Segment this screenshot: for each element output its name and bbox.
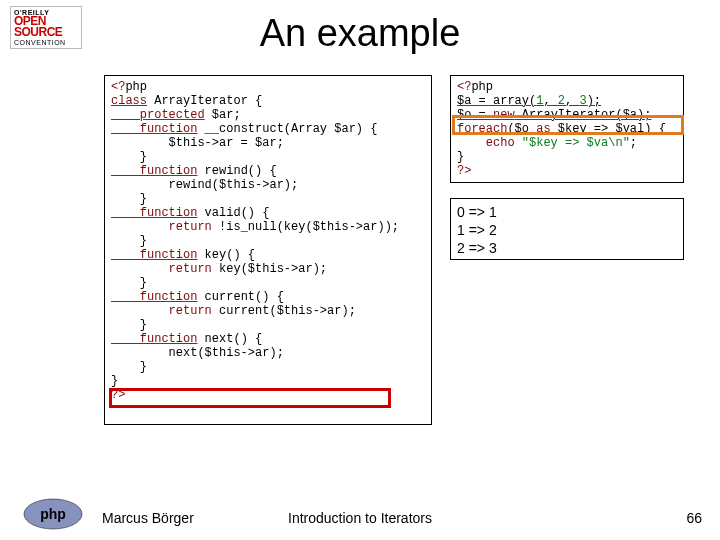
code-text: "$key => $va\n" [522, 136, 630, 150]
code-text: function [111, 122, 197, 136]
code-text: } [111, 234, 147, 248]
code-text: next() { [197, 332, 262, 346]
code-text: return [111, 262, 212, 276]
code-text: echo [457, 136, 515, 150]
code-text: key($this->ar); [212, 262, 327, 276]
code-box-left: <?php class ArrayIterator { protected $a… [104, 75, 432, 425]
code-text: rewind($this->ar); [111, 178, 298, 192]
code-text: function [111, 290, 197, 304]
output-line: 0 => 1 [457, 204, 497, 220]
code-text: $ar; [205, 108, 241, 122]
code-text: valid() { [197, 206, 269, 220]
code-text: <? [111, 80, 125, 94]
code-text: php [125, 80, 147, 94]
code-text: ArrayIterator { [147, 94, 262, 108]
code-text: , [565, 94, 579, 108]
code-text: protected [111, 108, 205, 122]
code-text [515, 136, 522, 150]
code-text: rewind() { [197, 164, 276, 178]
output-line: 2 => 3 [457, 240, 497, 256]
footer-title: Introduction to Iterators [0, 510, 720, 526]
slide-title: An example [0, 12, 720, 55]
code-text: return [111, 220, 212, 234]
code-text: 3 [579, 94, 586, 108]
code-text: } [111, 192, 147, 206]
output-box: 0 => 1 1 => 2 2 => 3 [450, 198, 684, 260]
code-text: current($this->ar); [212, 304, 356, 318]
code-text: $a = array( [457, 94, 536, 108]
code-text: } [111, 318, 147, 332]
code-text: function [111, 164, 197, 178]
code-text: php [471, 80, 493, 94]
code-text: 2 [558, 94, 565, 108]
code-text: ); [587, 94, 601, 108]
code-text: } [111, 374, 118, 388]
highlight-red-box [109, 388, 391, 408]
code-text: class [111, 94, 147, 108]
code-text: __construct(Array $ar) { [197, 122, 377, 136]
code-text: function [111, 206, 197, 220]
code-text: !is_null(key($this->ar)); [212, 220, 399, 234]
code-text: current() { [197, 290, 283, 304]
highlight-orange-box [452, 115, 684, 135]
code-text: } [111, 276, 147, 290]
code-text: } [111, 150, 147, 164]
code-text: function [111, 248, 197, 262]
code-text: key() { [197, 248, 255, 262]
page-number: 66 [686, 510, 702, 526]
code-text: } [111, 360, 147, 374]
code-text: ; [630, 136, 637, 150]
code-text: , [543, 94, 557, 108]
code-text: } [457, 150, 464, 164]
code-text: $this->ar = $ar; [111, 136, 284, 150]
code-text: ?> [457, 164, 471, 178]
code-text: next($this->ar); [111, 346, 284, 360]
output-line: 1 => 2 [457, 222, 497, 238]
code-text: <? [457, 80, 471, 94]
code-text: return [111, 304, 212, 318]
code-text: function [111, 332, 197, 346]
